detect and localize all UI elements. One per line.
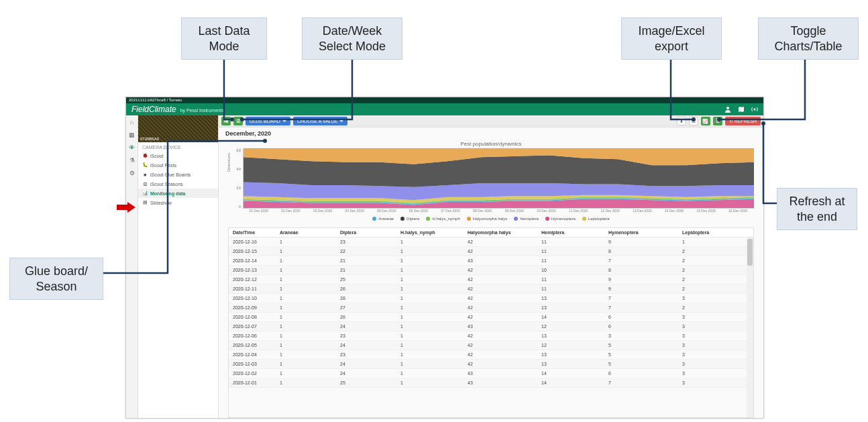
cell: 1 — [276, 369, 336, 378]
table-row[interactable]: 2020-12-101281421373 — [229, 294, 753, 303]
user-icon[interactable] — [724, 106, 731, 113]
legend-item[interactable]: Araneae — [372, 217, 394, 221]
col-header[interactable]: Hymenoptera — [604, 228, 678, 237]
col-header[interactable]: Diptera — [336, 228, 396, 237]
col-header[interactable]: Lepidoptera — [678, 228, 753, 237]
cell: 23 — [336, 238, 396, 246]
legend-swatch — [372, 217, 376, 221]
col-header[interactable]: Date/Time — [229, 228, 276, 237]
table-row[interactable]: 2020-12-161231421191 — [229, 238, 753, 247]
cell: 1 — [276, 313, 336, 321]
col-header[interactable]: Hemiptera — [537, 228, 604, 237]
cell: 42 — [464, 360, 537, 368]
cell: 3 — [678, 341, 753, 350]
cell: 11 — [537, 238, 604, 246]
table-row[interactable]: 2020-12-031241421353 — [229, 360, 753, 369]
cell: 26 — [336, 284, 396, 293]
cell: 2 — [678, 275, 753, 284]
cell: 23 — [336, 331, 396, 340]
col-header[interactable]: Halyomorpha halys — [464, 228, 537, 237]
legend-label: Hymenoptera — [551, 217, 576, 221]
arrow-monitoring-data — [117, 202, 135, 213]
choose-value-dropdown[interactable]: CHOOSE A VALUE — [293, 117, 348, 125]
date-week-mode-button[interactable]: 🗓 — [233, 117, 243, 125]
cell: 1 — [396, 313, 464, 321]
cell: 1 — [276, 378, 336, 387]
sidebar-item-monitoring-data[interactable]: 📊Monitoring data — [138, 189, 218, 198]
sidebar-item-icon: ■ — [142, 172, 148, 177]
broadcast-icon[interactable] — [751, 106, 758, 113]
table-row[interactable]: 2020-12-041231421353 — [229, 350, 753, 360]
cell: 1 — [396, 275, 464, 284]
cell: 1 — [396, 360, 464, 368]
xtick: 13 Dec 2020 — [627, 209, 659, 213]
settings-icon[interactable]: ⚙ — [128, 169, 135, 176]
last-data-mode-button[interactable]: ⏮ — [221, 117, 231, 125]
toggle-chart-button[interactable]: 📈 — [701, 117, 710, 125]
sidebar-item-iscout-glue-boards[interactable]: ■iScout Glue Boards — [138, 170, 218, 179]
table-scrollbar[interactable] — [747, 238, 753, 417]
table-row[interactable]: 2020-12-131211421082 — [229, 266, 753, 275]
home-icon[interactable]: ⌂ — [128, 118, 135, 125]
dashboard-icon[interactable]: ▦ — [128, 131, 135, 138]
legend-item[interactable]: H.halys_nymph — [426, 217, 459, 221]
ytick: 20 — [236, 186, 241, 190]
scrollbar-thumb[interactable] — [747, 239, 753, 266]
cell: 11 — [537, 284, 604, 293]
cell: 1 — [276, 294, 336, 303]
science-icon[interactable]: ⚗ — [128, 156, 135, 164]
legend-item[interactable]: Hemiptera — [514, 217, 539, 221]
eye-icon[interactable]: 👁 — [128, 144, 135, 151]
callout-export: Image/Excelexport — [621, 17, 722, 60]
sidebar-item-iscout[interactable]: 🐞iScout — [138, 151, 218, 160]
cell: 42 — [464, 313, 537, 321]
table-row[interactable]: 2020-12-151221421182 — [229, 247, 753, 256]
table-row[interactable]: 2020-12-021241431463 — [229, 369, 753, 378]
table-row[interactable]: 2020-12-121251421192 — [229, 275, 753, 284]
cell: 14 — [537, 313, 604, 321]
table-row[interactable]: 2020-12-081261421463 — [229, 313, 753, 322]
col-header[interactable]: H.halys_nymph — [396, 228, 464, 237]
table-row[interactable]: 2020-12-141211431172 — [229, 256, 753, 266]
table-row[interactable]: 2020-12-011251431473 — [229, 378, 753, 388]
cell: 43 — [464, 369, 537, 378]
export-excel-button[interactable]: ⊞ — [689, 117, 698, 125]
sidebar-item-slideshow[interactable]: ▤Slideshow — [138, 198, 218, 207]
cell: 2020-12-11 — [229, 284, 276, 293]
toggle-table-button[interactable]: ≣ — [713, 117, 722, 125]
export-image-button[interactable]: ⬇ — [677, 117, 686, 125]
cell: 1 — [396, 341, 464, 350]
cell: 21 — [336, 266, 396, 274]
sidebar-item-icon: 🐛 — [142, 162, 148, 168]
sidebar-item-iscout-seasons[interactable]: 🗓iScout Seasons — [138, 179, 218, 189]
cell: 8 — [604, 266, 678, 274]
legend-item[interactable]: Lepidoptera — [582, 217, 610, 221]
table-row[interactable]: 2020-12-061231421333 — [229, 331, 753, 341]
legend-item[interactable]: Halyomorpha halys — [467, 217, 507, 221]
cell: 1 — [276, 360, 336, 368]
map-icon[interactable] — [738, 106, 745, 113]
legend-item[interactable]: Hymenoptera — [545, 217, 576, 221]
cell: 2020-12-03 — [229, 360, 276, 368]
cell: 2 — [678, 256, 753, 265]
cell: 13 — [537, 331, 604, 340]
glue-board-dropdown[interactable]: GLUE BOARD — [246, 117, 290, 125]
xtick: 12 Dec 2020 — [594, 209, 627, 213]
table-row[interactable]: 2020-12-071241431263 — [229, 322, 753, 331]
chart-plot[interactable] — [243, 148, 754, 209]
cell: 9 — [604, 284, 678, 293]
table-row[interactable]: 2020-12-091271421372 — [229, 303, 753, 313]
device-hero: 0720B5A0 — [138, 115, 218, 142]
refresh-button[interactable]: ↻ REFRESH — [725, 117, 761, 125]
sidebar-item-iscout-pests[interactable]: 🐛iScout Pests — [138, 160, 218, 170]
sidebar-item-label: iScout Seasons — [150, 182, 183, 187]
col-header[interactable]: Araneae — [276, 228, 336, 237]
cell: 2020-12-14 — [229, 256, 276, 265]
table-row[interactable]: 2020-12-051241421253 — [229, 341, 753, 350]
cell: 1 — [276, 284, 336, 293]
legend-item[interactable]: Diptera — [400, 217, 419, 221]
table-row[interactable]: 2020-12-111261421192 — [229, 284, 753, 294]
cell: 12 — [537, 322, 604, 331]
cell: 1 — [276, 331, 336, 340]
xtick: 11 Dec 2020 — [562, 209, 594, 213]
